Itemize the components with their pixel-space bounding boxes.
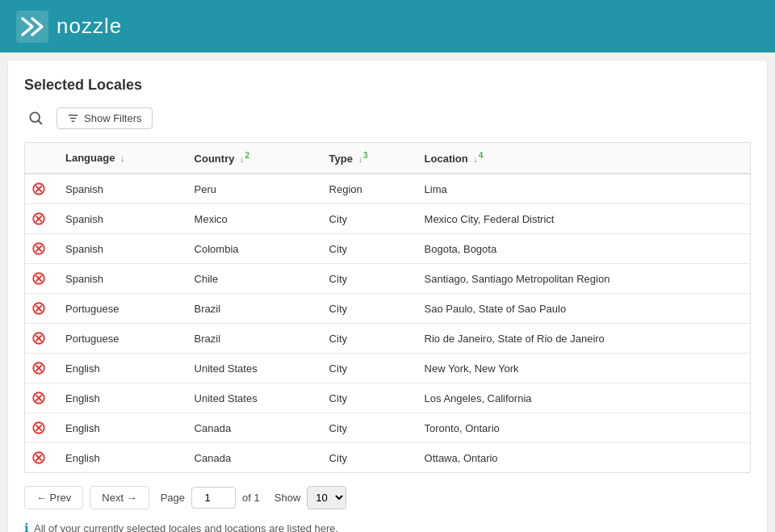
show-select[interactable]: 10 25 50: [307, 486, 346, 509]
cell-language: English: [56, 383, 185, 413]
search-button[interactable]: [24, 107, 47, 129]
main-content: Selected Locales Show Filters: [8, 61, 767, 532]
logo-text: nozzle: [57, 14, 122, 39]
prev-button[interactable]: ← Prev: [24, 486, 83, 509]
cell-language: Spanish: [56, 234, 185, 264]
remove-row-button[interactable]: [31, 212, 46, 226]
country-sort-icon: ↓: [240, 154, 245, 164]
table-row: EnglishUnited StatesCityLos Angeles, Cal…: [25, 383, 750, 413]
type-sort-icon: ↓: [358, 154, 363, 164]
cell-location: New York, New York: [415, 354, 750, 383]
page-title: Selected Locales: [24, 77, 751, 94]
location-sort-num: 4: [479, 151, 484, 160]
col-remove: [25, 143, 56, 174]
nozzle-logo-icon: [16, 10, 48, 43]
cell-location: Sao Paulo, State of Sao Paulo: [415, 294, 750, 324]
col-language[interactable]: Language ↓: [56, 143, 185, 174]
cell-language: Spanish: [56, 264, 185, 294]
cell-country: United States: [185, 383, 320, 413]
remove-icon: [31, 271, 46, 286]
cell-language: English: [56, 443, 185, 473]
table-row: PortugueseBrazilCitySao Paulo, State of …: [25, 294, 750, 324]
cell-language: English: [56, 354, 185, 383]
remove-row-button[interactable]: [31, 331, 46, 346]
page-of: of 1: [242, 492, 260, 504]
cell-language: Portuguese: [56, 294, 185, 324]
remove-icon: [31, 361, 46, 375]
remove-row-button[interactable]: [31, 450, 46, 465]
cell-country: Mexico: [185, 204, 320, 234]
cell-type: City: [320, 413, 415, 443]
remove-icon: [31, 450, 46, 465]
show-label: Show: [274, 492, 301, 504]
table-row: EnglishUnited StatesCityNew York, New Yo…: [25, 354, 750, 383]
cell-country: Chile: [185, 264, 320, 294]
table-header-row: Language ↓ Country ↓2 Type ↓3 Location ↓…: [25, 143, 750, 174]
cell-location: Ottawa, Ontario: [415, 443, 750, 473]
remove-icon: [31, 241, 46, 256]
cell-country: Canada: [185, 443, 320, 473]
remove-icon: [31, 391, 46, 405]
remove-icon: [31, 182, 46, 196]
cell-language: Portuguese: [56, 324, 185, 354]
cell-country: United States: [185, 354, 320, 383]
search-icon: [27, 110, 44, 126]
table-row: SpanishPeruRegionLima: [25, 174, 750, 204]
remove-row-button[interactable]: [31, 182, 46, 196]
col-location[interactable]: Location ↓4: [415, 143, 750, 174]
remove-icon: [31, 301, 46, 316]
remove-row-button[interactable]: [31, 421, 46, 435]
cell-language: English: [56, 413, 185, 443]
country-sort-num: 2: [245, 151, 250, 160]
cell-language: Spanish: [56, 174, 185, 204]
cell-type: Region: [320, 174, 415, 204]
table-row: SpanishMexicoCityMexico City, Federal Di…: [25, 204, 750, 234]
info-text: All of your currently selected locales a…: [34, 522, 338, 532]
cell-location: Toronto, Ontario: [415, 413, 750, 443]
remove-row-button[interactable]: [31, 301, 46, 316]
cell-location: Lima: [415, 174, 750, 204]
page-label: Page: [161, 492, 185, 504]
info-icon: ℹ: [24, 521, 29, 532]
pagination: ← Prev Next → Page of 1 Show 10 25 50: [24, 486, 751, 509]
remove-icon: [31, 212, 46, 226]
cell-type: City: [320, 264, 415, 294]
cell-type: City: [320, 354, 415, 383]
cell-type: City: [320, 324, 415, 354]
cell-country: Canada: [185, 413, 320, 443]
cell-country: Brazil: [185, 294, 320, 324]
remove-icon: [31, 331, 46, 346]
table-row: PortugueseBrazilCityRio de Janeiro, Stat…: [25, 324, 750, 354]
remove-row-button[interactable]: [31, 361, 46, 375]
col-type[interactable]: Type ↓3: [320, 143, 415, 174]
table-row: EnglishCanadaCityToronto, Ontario: [25, 413, 750, 443]
cell-type: City: [320, 294, 415, 324]
app-header: nozzle: [0, 0, 775, 52]
type-sort-num: 3: [363, 151, 368, 160]
cell-type: City: [320, 204, 415, 234]
remove-row-button[interactable]: [31, 241, 46, 256]
table-row: SpanishChileCitySantiago, Santiago Metro…: [25, 264, 750, 294]
cell-type: City: [320, 383, 415, 413]
remove-row-button[interactable]: [31, 391, 46, 405]
cell-location: Rio de Janeiro, State of Rio de Janeiro: [415, 324, 750, 354]
cell-location: Santiago, Santiago Metropolitan Region: [415, 264, 750, 294]
location-sort-icon: ↓: [473, 154, 478, 164]
cell-country: Colombia: [185, 234, 320, 264]
remove-icon: [31, 421, 46, 435]
next-button[interactable]: Next →: [90, 486, 149, 509]
show-filters-button[interactable]: Show Filters: [57, 107, 153, 129]
next-label: Next →: [102, 492, 136, 504]
remove-row-button[interactable]: [31, 271, 46, 286]
cell-type: City: [320, 234, 415, 264]
cell-country: Peru: [185, 174, 320, 204]
col-country[interactable]: Country ↓2: [185, 143, 320, 174]
table-row: SpanishColombiaCityBogota, Bogota: [25, 234, 750, 264]
page-input[interactable]: [191, 487, 236, 509]
locales-table-container: Language ↓ Country ↓2 Type ↓3 Location ↓…: [24, 142, 751, 473]
cell-language: Spanish: [56, 204, 185, 234]
prev-label: ← Prev: [36, 492, 71, 504]
cell-location: Los Angeles, California: [415, 383, 750, 413]
show-filters-label: Show Filters: [84, 112, 142, 124]
cell-country: Brazil: [185, 324, 320, 354]
